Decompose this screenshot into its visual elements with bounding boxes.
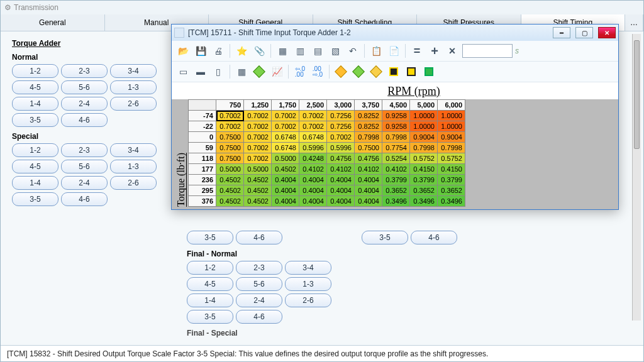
shift-button-3-4[interactable]: 3-4 [110,143,157,157]
grid-cell[interactable]: 1.0000 [438,121,465,132]
row-header[interactable]: 177 [189,164,216,175]
shift-button-3-5[interactable]: 3-5 [362,231,408,244]
view-split-v-icon[interactable]: ▯ [211,64,226,79]
shift-button-4-6[interactable]: 4-6 [236,231,282,244]
row-header[interactable]: 118 [189,153,216,164]
shift-button-3-5[interactable]: 3-5 [187,310,233,324]
float-titlebar[interactable]: [TCM] 15711 - Shift Time Input Torque Ad… [172,25,618,41]
grid-cell[interactable]: 0.5254 [382,153,410,164]
shift-button-3-4[interactable]: 3-4 [110,64,157,78]
grid-cell[interactable]: 0.7002 [327,132,355,143]
save-icon[interactable]: 💾 [193,43,208,58]
view-chart-icon[interactable]: 📈 [269,64,284,79]
select-color-3-icon[interactable] [369,64,384,79]
view-single-icon[interactable]: ▭ [175,64,191,79]
paste-icon[interactable]: 📄 [386,43,401,58]
scroll-thumb[interactable] [634,40,640,149]
grid-cell[interactable]: 0.7998 [410,143,438,153]
grid-cell[interactable]: 0.5996 [327,143,355,153]
grid-cell[interactable]: 0.5000 [216,164,244,175]
undo-icon[interactable]: ↶ [345,43,360,58]
row-header[interactable]: 295 [189,185,216,196]
shift-button-1-4[interactable]: 1-4 [12,176,58,190]
grid-del-row-icon[interactable]: ▤ [310,43,325,58]
grid-cell[interactable]: 1.0000 [438,111,465,121]
grid-cell[interactable]: 0.4502 [216,185,244,196]
grid-cell[interactable]: 0.5000 [244,164,272,175]
data-grid[interactable]: 7501,2501,7502,5003,0003,7504,5005,0006,… [188,99,465,207]
col-header[interactable]: 5,000 [410,100,438,111]
decimals-more-icon[interactable]: .00⇨.0 [310,64,325,79]
grid-cell[interactable]: 1.0000 [410,111,438,121]
grid-cell[interactable]: 0.3496 [382,196,410,207]
grid-cell[interactable]: 0.7002 [244,132,272,143]
attach-icon[interactable]: 📎 [252,43,267,58]
grid-cell[interactable]: 0.4004 [299,196,327,207]
main-scrollbar[interactable] [632,34,641,321]
grid-cell[interactable]: 0.7002 [244,153,272,164]
shift-button-2-6[interactable]: 2-6 [110,176,157,190]
shift-button-4-5[interactable]: 4-5 [12,160,58,173]
grid-cell[interactable]: 0.4004 [355,196,382,207]
row-header[interactable]: 376 [189,196,216,207]
shift-button-1-4[interactable]: 1-4 [12,97,58,111]
grid-cell[interactable]: 0.8252 [355,111,382,121]
grid-cell[interactable]: 0.7998 [382,132,410,143]
grid-cell[interactable]: 0.4150 [438,164,465,175]
shift-button-1-2[interactable]: 1-2 [187,261,233,275]
plus-icon[interactable]: + [427,43,442,58]
shift-button-2-3[interactable]: 2-3 [61,64,108,78]
grid-add-row-icon[interactable]: ▦ [275,43,290,58]
shift-button-1-3[interactable]: 1-3 [285,277,331,291]
grid-cell[interactable]: 0.3652 [382,185,410,196]
shift-button-4-6[interactable]: 4-6 [61,113,108,127]
shift-button-1-2[interactable]: 1-2 [12,143,58,157]
grid-cell[interactable]: 0.7002 [244,121,272,132]
grid-cell[interactable]: 0.3496 [410,196,438,207]
favorite-add-icon[interactable]: ⭐ [234,43,249,58]
grid-cell[interactable]: 0.4004 [355,185,382,196]
grid-cell[interactable]: 0.4102 [327,164,355,175]
shift-button-2-4[interactable]: 2-4 [61,97,108,111]
grid-cell[interactable]: 0.7002 [244,143,272,153]
shift-button-4-6[interactable]: 4-6 [236,310,282,324]
select-color-2-icon[interactable] [351,64,366,79]
grid-cell[interactable]: 0.4502 [244,196,272,207]
grid-cell[interactable]: 0.5752 [438,153,465,164]
grid-cell[interactable]: 0.9004 [410,132,438,143]
shift-button-2-4[interactable]: 2-4 [236,293,282,307]
grid-cell[interactable]: 0.3652 [410,185,438,196]
col-header[interactable]: 1,250 [244,100,272,111]
grid-cell[interactable]: 0.7500 [216,132,244,143]
grid-cell[interactable]: 0.7500 [355,143,382,153]
grid-cell[interactable]: 0.7002 [216,121,244,132]
grid-cell[interactable]: 0.6748 [272,143,299,153]
shift-button-3-5[interactable]: 3-5 [12,113,58,127]
shift-button-1-2[interactable]: 1-2 [12,64,58,78]
grid-cell[interactable]: 0.3652 [438,185,465,196]
grid-cell[interactable]: 0.4004 [355,175,382,185]
grid-cell[interactable]: 0.4004 [272,196,299,207]
grid-cell[interactable]: 0.7002 [299,121,327,132]
col-header[interactable]: 2,500 [299,100,327,111]
shift-button-5-6[interactable]: 5-6 [61,80,108,94]
view-3d-icon[interactable] [252,64,267,79]
grid-cell[interactable]: 0.7500 [216,153,244,164]
shift-button-3-4[interactable]: 3-4 [285,261,331,275]
grid-cell[interactable]: 0.7500 [216,143,244,153]
grid-cell[interactable]: 0.5996 [299,143,327,153]
select-color-1-icon[interactable] [333,64,348,79]
grid-cell[interactable]: 0.9258 [382,121,410,132]
grid-cell[interactable]: 0.6748 [299,132,327,143]
grid-cell[interactable]: 0.4102 [382,164,410,175]
select-frame-2-icon[interactable] [404,64,419,79]
col-header[interactable]: 3,000 [327,100,355,111]
grid-cell[interactable]: 0.7998 [355,132,382,143]
col-header[interactable]: 1,750 [272,100,299,111]
shift-button-5-6[interactable]: 5-6 [236,277,282,291]
row-header[interactable]: -22 [189,121,216,132]
shift-button-4-6[interactable]: 4-6 [61,192,108,206]
grid-del-col-icon[interactable]: ▧ [328,43,343,58]
value-input[interactable] [462,44,513,58]
grid-cell[interactable]: 0.4502 [244,175,272,185]
